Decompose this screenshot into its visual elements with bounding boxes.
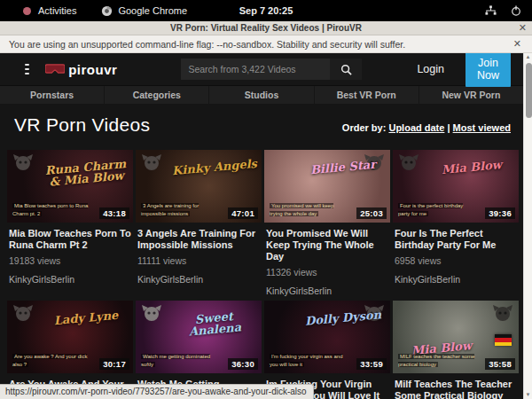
scrollbar[interactable]: ▲ ▼ xyxy=(523,53,532,399)
duration-badge: 47:01 xyxy=(228,207,258,219)
scroll-down-icon[interactable]: ▼ xyxy=(524,391,532,399)
system-top-bar: Activities Google Chrome Sep 7 20:25 xyxy=(0,0,532,21)
nav-item-best-vr-porn[interactable]: Best VR Porn xyxy=(315,86,419,104)
video-views: 19183 views xyxy=(9,255,131,266)
video-title-link[interactable]: Milf Teaches The Teacher Some Practical … xyxy=(395,379,517,399)
studio-logo-icon xyxy=(141,153,162,175)
nav-item-categories[interactable]: Categories xyxy=(105,86,209,104)
status-bar-url: https://pirouvr.com/vr-porn-video/779325… xyxy=(0,384,314,399)
nav-item-studios[interactable]: Studios xyxy=(209,86,314,104)
video-card: Billie Star You promised we will keep tr… xyxy=(264,150,390,296)
clock[interactable]: Sep 7 20:25 xyxy=(0,5,532,16)
duration-badge: 39:36 xyxy=(485,207,515,219)
video-views: 6958 views xyxy=(395,255,517,266)
screen: Activities Google Chrome Sep 7 20:25 VR … xyxy=(0,0,532,399)
video-title-link[interactable]: Four Is The Perfect Birthday Party For M… xyxy=(395,228,517,251)
order-upload-date-link[interactable]: Upload date xyxy=(388,122,444,133)
site-logo-text: pirouvr xyxy=(68,62,117,77)
page-viewport: pirouvr Login Join Now Pornstars Categor… xyxy=(0,53,532,399)
network-icon[interactable] xyxy=(485,5,497,16)
thumbnail-overlay-title: Sweet Analena xyxy=(170,309,259,340)
order-separator: | xyxy=(447,122,450,133)
search-input[interactable] xyxy=(181,59,330,80)
duration-badge: 36:30 xyxy=(228,358,258,370)
video-title-link[interactable]: You Promised We Will Keep Trying The Who… xyxy=(266,228,388,262)
duration-badge: 33:59 xyxy=(356,358,387,370)
duration-badge: 30:17 xyxy=(99,358,129,370)
video-card: Mia Blow Four is the perfect birthday pa… xyxy=(393,150,519,296)
tab-close-icon[interactable]: ✕ xyxy=(519,22,527,34)
video-views: 11326 views xyxy=(266,267,388,278)
site-header: pirouvr Login Join Now xyxy=(0,53,523,85)
page-title: VR Porn Videos xyxy=(14,114,150,136)
studio-logo-icon xyxy=(492,304,513,325)
active-app-menu[interactable]: Google Chrome xyxy=(101,5,187,17)
vr-headset-icon xyxy=(45,63,65,75)
nav-item-new-vr-porn[interactable]: New VR Porn xyxy=(419,86,523,104)
activities-button[interactable]: Activities xyxy=(38,5,76,16)
search-button[interactable] xyxy=(330,59,362,80)
studio-logo-icon xyxy=(141,304,162,325)
scroll-up-icon[interactable]: ▲ xyxy=(524,53,532,61)
video-thumbnail[interactable]: Billie Star You promised we will keep tr… xyxy=(264,150,390,223)
video-title-link[interactable]: Mia Blow Teaches Porn To Runa Charm Pt 2 xyxy=(9,228,131,251)
recording-indicator-icon xyxy=(23,7,31,15)
duration-badge: 43:18 xyxy=(99,207,129,219)
thumbnail-caption: Watch me getting dominated softly xyxy=(141,353,219,369)
video-studio-link[interactable]: KinkyGirlsBerlin xyxy=(266,286,388,296)
join-now-button[interactable]: Join Now xyxy=(466,53,511,87)
thumbnail-caption: 3 Angels are training for impossible mis… xyxy=(141,202,219,218)
chrome-icon xyxy=(101,5,113,17)
video-title-link[interactable]: 3 Angels Are Training For Impossible Mis… xyxy=(137,228,260,251)
video-thumbnail[interactable]: Sweet Analena Watch me getting dominated… xyxy=(136,301,262,373)
video-studio-link[interactable]: KinkyGirlsBerlin xyxy=(395,274,517,285)
duration-badge: 25:03 xyxy=(356,207,387,219)
thumbnail-caption: You promised we will keep trying the who… xyxy=(270,202,348,218)
studio-logo-icon xyxy=(12,153,34,175)
search-bar xyxy=(181,59,362,80)
thumbnail-caption: Are you awake ? And your dick also ? xyxy=(12,353,90,369)
video-thumbnail[interactable]: Kinky Angels 3 Angels are training for i… xyxy=(136,150,262,223)
video-thumbnail[interactable]: Dolly Dyson I'm fucking your virgin ass … xyxy=(264,301,390,373)
video-views: 11111 views xyxy=(137,255,260,266)
warning-bar: You are using an unsupported command-lin… xyxy=(0,35,532,53)
thumbnail-overlay-title: Runa Charm & Mia Blow xyxy=(42,158,130,189)
warning-close-icon[interactable]: ✕ xyxy=(513,38,521,50)
video-thumbnail[interactable]: Runa Charm & Mia Blow Mia Blow teaches p… xyxy=(7,150,133,223)
thumbnail-caption: MILF teaches the teacher some practical … xyxy=(398,353,476,369)
tab-title[interactable]: VR Porn: Virtual Reality Sex Videos | Pi… xyxy=(0,23,532,33)
studio-logo-icon xyxy=(398,153,419,175)
active-app-name: Google Chrome xyxy=(118,5,187,16)
thumbnail-overlay-title: Kinky Angels xyxy=(170,158,258,177)
duration-badge: 35:58 xyxy=(485,358,515,370)
browser-tab-bar: VR Porn: Virtual Reality Sex Videos | Pi… xyxy=(0,21,532,35)
power-icon[interactable] xyxy=(511,5,521,16)
thumbnail-caption: Mia Blow teaches porn to Runa Charm pt. … xyxy=(12,202,90,218)
main-content: VR Porn Videos Order by: Upload date | M… xyxy=(0,104,523,399)
order-most-viewed-link[interactable]: Most viewed xyxy=(453,122,511,133)
video-card: Kinky Angels 3 Angels are training for i… xyxy=(136,150,262,296)
order-by-label: Order by: xyxy=(342,122,387,133)
studio-logo-icon xyxy=(12,304,34,325)
nav-item-pornstars[interactable]: Pornstars xyxy=(0,86,105,104)
video-grid: Runa Charm & Mia Blow Mia Blow teaches p… xyxy=(7,150,523,399)
thumbnail-caption: I'm fucking your virgin ass and you will… xyxy=(270,353,348,369)
video-studio-link[interactable]: KinkyGirlsBerlin xyxy=(9,274,131,285)
search-icon xyxy=(340,64,352,75)
scrollbar-thumb[interactable] xyxy=(526,63,532,118)
video-studio-link[interactable]: KinkyGirlsBerlin xyxy=(137,274,260,285)
login-link[interactable]: Login xyxy=(417,63,444,75)
thumbnail-overlay-title: Mia Blow xyxy=(427,158,515,177)
thumbnail-caption: Four is the perfect birthday party for m… xyxy=(398,202,476,218)
video-thumbnail[interactable]: Lady Lyne Are you awake ? And your dick … xyxy=(7,301,133,373)
order-by: Order by: Upload date | Most viewed xyxy=(342,122,511,133)
menu-icon[interactable] xyxy=(25,64,29,74)
video-thumbnail[interactable]: Mia Blow MILF teaches the teacher some p… xyxy=(393,301,519,373)
site-logo[interactable]: pirouvr xyxy=(45,62,117,77)
german-flag-icon xyxy=(495,334,512,346)
thumbnail-overlay-title: Lady Lyne xyxy=(42,309,129,328)
video-thumbnail[interactable]: Mia Blow Four is the perfect birthday pa… xyxy=(393,150,519,223)
main-nav: Pornstars Categories Studios Best VR Por… xyxy=(0,85,523,104)
video-card: Runa Charm & Mia Blow Mia Blow teaches p… xyxy=(7,150,133,296)
video-card: Mia Blow MILF teaches the teacher some p… xyxy=(393,301,519,399)
